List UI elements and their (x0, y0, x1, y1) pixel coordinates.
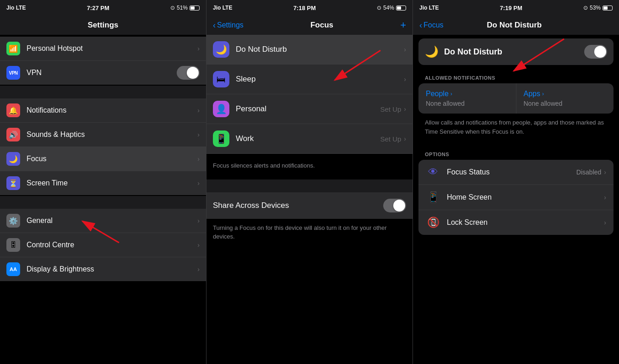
display-label: Display & Brightness (27, 265, 197, 273)
add-focus-button[interactable]: + (400, 19, 406, 31)
sleep-item[interactable]: 🛏 Sleep › (206, 65, 413, 94)
home-screen-item[interactable]: 📱 Home Screen › (418, 185, 614, 210)
allowed-desc: Allow calls and notifications from peopl… (413, 114, 619, 145)
focus-status-label: Focus Status (447, 168, 576, 176)
focus-status-sub: Disabled (576, 168, 601, 176)
dnd-toggle-row[interactable]: 🌙 Do Not Disturb (418, 38, 614, 65)
dnd-toggle[interactable] (584, 45, 607, 59)
notifications-icon: 🔔 (6, 103, 20, 117)
sleep-label: Sleep (236, 75, 404, 84)
battery-icon-3 (603, 5, 613, 11)
general-item[interactable]: ⚙️ General › (0, 209, 206, 233)
work-focus-item[interactable]: 📱 Work Set Up › (206, 124, 413, 154)
home-screen-label: Home Screen (447, 193, 604, 201)
carrier-1: Jio LTE (6, 5, 26, 11)
share-info: Turning a Focus on for this device will … (206, 219, 413, 250)
share-row[interactable]: Share Across Devices (206, 192, 413, 219)
focus-nav: ‹ Settings Focus + (206, 15, 413, 35)
control-centre-label: Control Centre (27, 241, 197, 249)
control-centre-chevron: › (197, 241, 200, 249)
settings-panel: Jio LTE 7:27 PM ⊙ 51% Settings 📶 Persona… (0, 0, 206, 364)
status-bar-1: Jio LTE 7:27 PM ⊙ 51% (0, 0, 206, 15)
battery-fill-3 (603, 6, 608, 10)
vpn-toggle-thumb (187, 67, 199, 79)
vpn-label: VPN (27, 69, 177, 77)
control-centre-item[interactable]: 🎛 Control Centre › (0, 233, 206, 257)
screen-time-icon: ⏳ (6, 176, 20, 190)
vpn-toggle[interactable] (177, 66, 200, 80)
display-item[interactable]: AA Display & Brightness › (0, 257, 206, 281)
notifications-label: Notifications (27, 106, 197, 114)
focus-items-section: 🌙 Do Not Disturb › 🛏 Sleep › 👤 Personal … (206, 35, 413, 154)
focus-back-button[interactable]: ‹ Settings (213, 21, 244, 30)
share-toggle-thumb (393, 200, 405, 212)
screen-time-item[interactable]: ⏳ Screen Time › (0, 171, 206, 195)
lock-screen-icon: 📵 (426, 217, 440, 228)
personal-focus-icon: 👤 (213, 101, 229, 117)
focus-item[interactable]: 🌙 Focus › (0, 147, 206, 171)
options-section: 👁 Focus Status Disabled › 📱 Home Screen … (418, 160, 614, 235)
work-sub: Set Up (380, 135, 401, 143)
personal-hotspot-item[interactable]: 📶 Personal Hotspot › (0, 37, 206, 61)
status-bar-3: Jio LTE 7:19 PM ⊙ 53% (413, 0, 619, 15)
do-not-disturb-item[interactable]: 🌙 Do Not Disturb › (206, 35, 413, 65)
apps-sub: None allowed (524, 100, 607, 107)
focus-status-chevron: › (604, 168, 606, 176)
people-cell[interactable]: People › None allowed (418, 83, 516, 114)
carrier-3: Jio LTE (419, 5, 439, 11)
apps-cell[interactable]: Apps › None allowed (516, 83, 614, 114)
hotspot-icon: 📶 (6, 42, 20, 55)
notifications-item[interactable]: 🔔 Notifications › (0, 98, 206, 123)
hotspot-chevron: › (197, 45, 200, 52)
time-1: 7:27 PM (87, 5, 109, 11)
general-label: General (27, 217, 197, 225)
focus-label: Focus (27, 155, 197, 163)
sleep-icon: 🛏 (213, 71, 229, 87)
screen-time-chevron: › (197, 179, 200, 187)
settings-nav: Settings (0, 15, 206, 35)
focus-divider (206, 179, 413, 192)
focus-chevron: › (197, 155, 200, 163)
home-screen-icon: 📱 (426, 191, 440, 203)
dnd-toggle-thumb (594, 46, 606, 58)
personal-focus-item[interactable]: 👤 Personal Set Up › (206, 94, 413, 124)
back-chevron-2: ‹ (213, 21, 216, 30)
notifications-chevron: › (197, 107, 200, 114)
vpn-item[interactable]: VPN VPN (0, 61, 206, 85)
dnd-chevron: › (404, 46, 406, 53)
settings-list: 📶 Personal Hotspot › VPN VPN 🔔 Notificat… (0, 35, 206, 364)
battery-fill-1 (190, 6, 195, 10)
location-icon-2: ⊙ (377, 5, 381, 11)
battery-fill-2 (397, 6, 401, 10)
people-sub: None allowed (426, 100, 509, 107)
system-section: ⚙️ General › 🎛 Control Centre › AA Displ… (0, 209, 206, 281)
network-section: 📶 Personal Hotspot › VPN VPN (0, 37, 206, 85)
display-chevron: › (197, 266, 200, 273)
time-2: 7:18 PM (293, 5, 316, 11)
sounds-item[interactable]: 🔊 Sounds & Haptics › (0, 123, 206, 147)
people-chevron: › (451, 91, 452, 97)
prefs-section: 🔔 Notifications › 🔊 Sounds & Haptics › 🌙… (0, 98, 206, 195)
allowed-grid: People › None allowed Apps › None allowe… (418, 83, 614, 114)
lock-screen-label: Lock Screen (447, 218, 604, 227)
allowed-notifications-label: ALLOWED NOTIFICATIONS (413, 69, 619, 83)
time-3: 7:19 PM (500, 5, 522, 11)
lock-screen-item[interactable]: 📵 Lock Screen › (418, 210, 614, 235)
dnd-nav: ‹ Focus Do Not Disturb (413, 15, 619, 35)
vpn-icon: VPN (6, 66, 20, 80)
focus-status-item[interactable]: 👁 Focus Status Disabled › (418, 160, 614, 185)
battery-icon-2 (396, 5, 406, 11)
hotspot-label: Personal Hotspot (27, 44, 197, 53)
share-toggle[interactable] (383, 199, 406, 212)
battery-2: ⊙ 54% (377, 5, 406, 11)
dnd-focus-label: Do Not Disturb (236, 45, 404, 54)
general-icon: ⚙️ (6, 214, 20, 228)
personal-focus-label: Personal (236, 104, 380, 114)
display-icon: AA (6, 262, 20, 276)
general-chevron: › (197, 217, 200, 224)
control-centre-icon: 🎛 (6, 238, 20, 252)
focus-info: Focus silences alerts and notifications. (206, 155, 413, 179)
battery-1: ⊙ 51% (170, 5, 200, 11)
battery-icon-1 (190, 5, 200, 11)
dnd-back-button[interactable]: ‹ Focus (419, 21, 444, 30)
